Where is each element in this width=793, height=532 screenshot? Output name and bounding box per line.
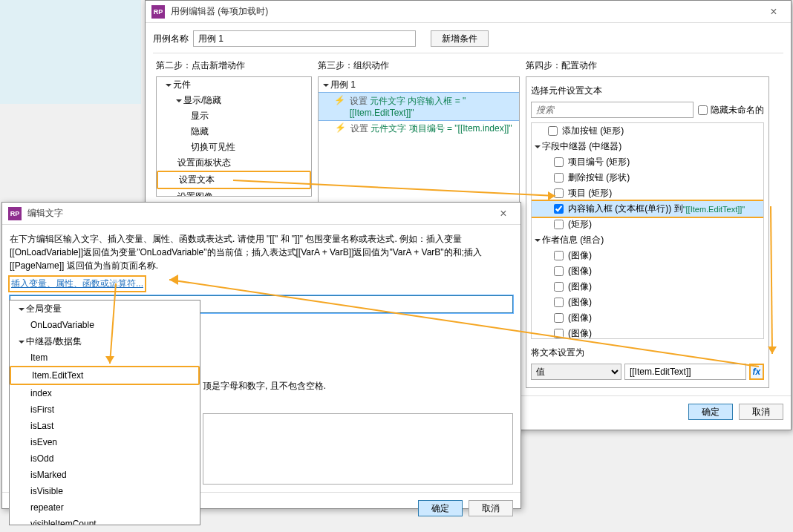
edit-text-titlebar: RP 编辑文字 × [2, 203, 520, 225]
widget-content-input[interactable]: 内容输入框 (文本框(单行)) 到 "[[Item.EditText]]" [532, 201, 763, 217]
close-icon[interactable]: × [492, 207, 515, 220]
widget-rect: (矩形) [532, 217, 763, 232]
tree-action-settext[interactable]: 设置文本 [157, 171, 311, 189]
action-item-settext-index[interactable]: ⚡ 设置 元件文字 项目编号 = "[[Item.index]]" [319, 120, 519, 137]
case-editor-titlebar: RP 用例编辑器 (每项加载时) × [146, 1, 791, 23]
var-index[interactable]: index [10, 385, 200, 401]
group-repeater-dataset: 中继器/数据集 [10, 333, 200, 349]
tree-group-showhide: 显示/隐藏 [157, 93, 311, 108]
instructions-text: 在下方编辑区输入文字、插入变量、属性、函数或表达式. 请使用 "[[" 和 "]… [10, 232, 513, 272]
case-head: 用例 1 [319, 77, 519, 93]
widget-search-input[interactable] [531, 102, 694, 118]
set-text-mode-select[interactable]: 值 [531, 364, 621, 380]
var-isfirst[interactable]: isFirst [10, 401, 200, 418]
widget-deletebtn: 删除按钮 (形状) [532, 170, 763, 185]
widget-img: (图像) [532, 326, 763, 339]
tree-action-show[interactable]: 显示 [157, 108, 311, 124]
group-global-vars: 全局变量 [10, 301, 200, 317]
widget-addbtn: 添加按钮 (矩形) [532, 123, 763, 139]
edit-text-title: 编辑文字 [27, 207, 492, 220]
ok-button[interactable]: 确定 [418, 500, 463, 516]
step2-title: 第二步：点击新增动作 [156, 59, 312, 72]
case-name-label: 用例名称 [153, 33, 189, 45]
bolt-icon: ⚡ [335, 122, 346, 133]
tree-action-hide[interactable]: 隐藏 [157, 124, 311, 139]
widget-itemno: 项目编号 (矩形) [532, 154, 763, 170]
tree-action-panelstate[interactable]: 设置面板状态 [157, 155, 311, 171]
ok-button[interactable]: 确定 [688, 404, 733, 420]
background-panel [0, 0, 141, 104]
widget-img: (图像) [532, 248, 763, 263]
step4-title: 第四步：配置动作 [526, 59, 769, 72]
var-onloadvariable[interactable]: OnLoadVariable [10, 317, 200, 333]
bolt-icon: ⚡ [334, 95, 345, 105]
widget-img: (图像) [532, 310, 763, 326]
widget-repeater-group: 字段中继器 (中继器) [532, 139, 763, 154]
widget-img: (图像) [532, 295, 763, 310]
actions-tree-panel[interactable]: 元件 显示/隐藏 显示 隐藏 切换可见性 设置面板状态 设置文本 设置图像 [156, 76, 312, 197]
app-icon: RP [8, 207, 22, 220]
var-item-edittext[interactable]: Item.EditText [10, 366, 200, 385]
set-text-as-label: 将文本设置为 [531, 347, 764, 359]
tree-action-setimage[interactable]: 设置图像 [157, 189, 311, 197]
insert-variable-link[interactable]: 插入变量、属性、函数或运算符... [10, 277, 145, 291]
case-name-input[interactable] [193, 30, 416, 47]
fx-button[interactable]: fx [749, 364, 764, 380]
var-item[interactable]: Item [10, 349, 200, 366]
widget-author-group: 作者信息 (组合) [532, 232, 763, 248]
dialog-title: 用例编辑器 (每项加载时) [171, 5, 763, 18]
widget-item: 项目 (矩形) [532, 185, 763, 201]
hide-unnamed-checkbox[interactable]: 隐藏未命名的 [698, 104, 764, 116]
widget-img: (图像) [532, 263, 763, 279]
variable-dropdown-panel[interactable]: 全局变量 OnLoadVariable 中继器/数据集 Item Item.Ed… [9, 300, 200, 525]
var-repeater[interactable]: repeater [10, 499, 200, 516]
app-icon: RP [151, 5, 165, 19]
var-visibleitemcount[interactable]: visibleItemCount [10, 516, 200, 525]
var-isvisible[interactable]: isVisible [10, 483, 200, 499]
tree-action-toggle[interactable]: 切换可见性 [157, 139, 311, 155]
widget-tree[interactable]: 添加按钮 (矩形) 字段中继器 (中继器) 项目编号 (矩形) 删除按钮 (形状… [531, 122, 764, 339]
cancel-button[interactable]: 取消 [469, 500, 513, 516]
cancel-button[interactable]: 取消 [739, 404, 783, 420]
var-iseven[interactable]: isEven [10, 434, 200, 450]
action-item-settext-input[interactable]: ⚡ 设置 元件文字 内容输入框 = "[[Item.EditText]]" [319, 93, 519, 120]
var-isodd[interactable]: isOdd [10, 450, 200, 467]
add-condition-button[interactable]: 新增条件 [431, 30, 489, 47]
var-hint-text: 顶是字母和数字, 且不包含空格. [203, 380, 513, 393]
step3-title: 第三步：组织动作 [318, 59, 520, 72]
var-ismarked[interactable]: isMarked [10, 467, 200, 483]
set-text-value-input[interactable] [624, 364, 746, 380]
var-islast[interactable]: isLast [10, 418, 200, 434]
widget-img: (图像) [532, 279, 763, 295]
local-variables-panel[interactable] [203, 413, 513, 485]
select-widget-head: 选择元件设置文本 [531, 85, 764, 97]
configure-action-panel: 选择元件设置文本 隐藏未命名的 添加按钮 (矩形) 字段中继器 (中继器) 项目… [526, 76, 769, 388]
close-icon[interactable]: × [763, 5, 785, 19]
tree-group-widgets: 元件 [157, 77, 311, 93]
